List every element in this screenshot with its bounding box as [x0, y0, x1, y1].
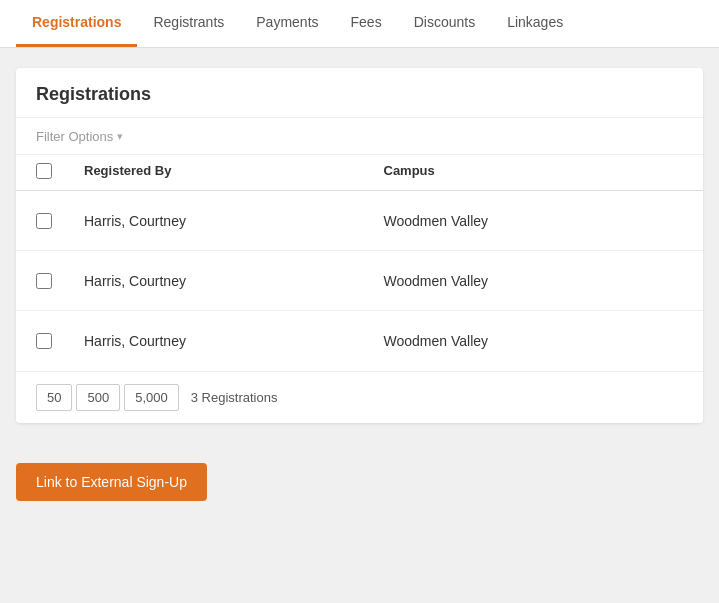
main-content: Registrations Filter Options ▾ Registere…: [0, 48, 719, 588]
cell-registered-by: Harris, Courtney: [84, 315, 384, 367]
cell-campus: Woodmen Valley: [384, 195, 684, 247]
cell-registered-by: Harris, Courtney: [84, 255, 384, 307]
row-checkbox-1[interactable]: [36, 273, 52, 289]
filter-options-button[interactable]: Filter Options ▾: [36, 129, 123, 144]
select-all-cell: [36, 163, 84, 182]
row-checkbox-0[interactable]: [36, 213, 52, 229]
page-size-btn-500[interactable]: 500: [76, 384, 120, 411]
pagination-sizes: 505005,000: [36, 384, 179, 411]
tab-fees[interactable]: Fees: [335, 0, 398, 47]
registrations-card: Registrations Filter Options ▾ Registere…: [16, 68, 703, 423]
chevron-down-icon: ▾: [117, 130, 123, 143]
row-checkbox-cell: [36, 213, 84, 229]
cell-registered-by: Harris, Courtney: [84, 195, 384, 247]
external-btn-container: Link to External Sign-Up: [16, 443, 703, 501]
table-header: Registered By Campus: [16, 155, 703, 191]
tab-navigation: RegistrationsRegistrantsPaymentsFeesDisc…: [0, 0, 719, 48]
filter-bar: Filter Options ▾: [16, 118, 703, 155]
col-campus: Campus: [384, 163, 684, 182]
filter-options-label: Filter Options: [36, 129, 113, 144]
col-registered-by: Registered By: [84, 163, 384, 182]
cell-campus: Woodmen Valley: [384, 315, 684, 367]
card-title: Registrations: [36, 84, 151, 104]
tab-linkages[interactable]: Linkages: [491, 0, 579, 47]
row-checkbox-cell: [36, 333, 84, 349]
select-all-checkbox[interactable]: [36, 163, 52, 179]
external-signup-button[interactable]: Link to External Sign-Up: [16, 463, 207, 501]
row-checkbox-cell: [36, 273, 84, 289]
tab-payments[interactable]: Payments: [240, 0, 334, 47]
page-size-btn-50[interactable]: 50: [36, 384, 72, 411]
row-checkbox-2[interactable]: [36, 333, 52, 349]
tab-registrations[interactable]: Registrations: [16, 0, 137, 47]
page-size-btn-5,000[interactable]: 5,000: [124, 384, 179, 411]
table-row: Harris, CourtneyWoodmen Valley: [16, 251, 703, 311]
pagination-bar: 505005,000 3 Registrations: [16, 371, 703, 423]
cell-campus: Woodmen Valley: [384, 255, 684, 307]
tab-discounts[interactable]: Discounts: [398, 0, 491, 47]
table-body: Harris, CourtneyWoodmen ValleyHarris, Co…: [16, 191, 703, 371]
table-row: Harris, CourtneyWoodmen Valley: [16, 311, 703, 371]
card-header: Registrations: [16, 68, 703, 118]
pagination-info: 3 Registrations: [191, 390, 278, 405]
tab-registrants[interactable]: Registrants: [137, 0, 240, 47]
table-row: Harris, CourtneyWoodmen Valley: [16, 191, 703, 251]
